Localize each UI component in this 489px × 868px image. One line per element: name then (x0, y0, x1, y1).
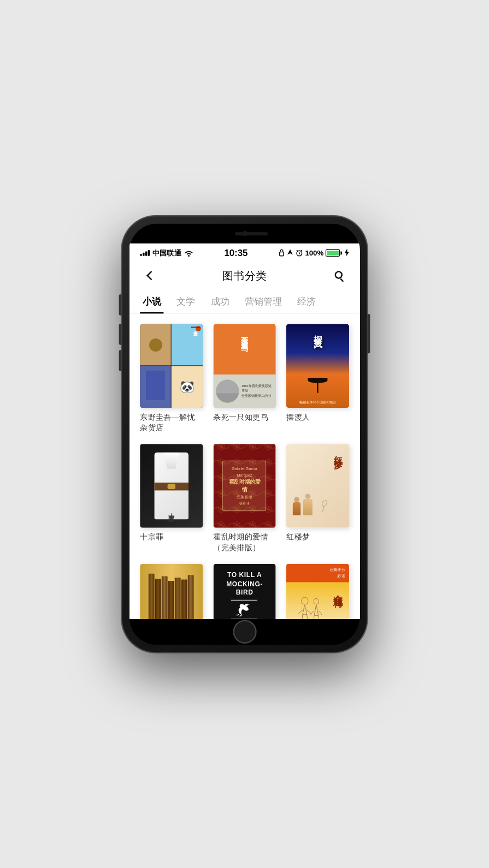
book-title: 红楼梦 (286, 531, 349, 542)
book-cover: 十宗罪 (140, 444, 203, 527)
cover9-figure-area (293, 593, 327, 619)
book-cover: 摆渡人 畅销全球46个国家和地区 (286, 324, 349, 407)
search-button[interactable] (329, 265, 349, 285)
book-title: 霍乱时期的爱情（完美排版） (213, 531, 276, 553)
cover7-stack (149, 570, 194, 619)
book-item[interactable]: 十宗罪 十宗罪 (140, 444, 203, 554)
cover7-spine-3 (162, 575, 168, 619)
book-title: 东野圭吾—解忧杂货店 (140, 411, 203, 433)
cover-6-bg: 红楼梦 (286, 444, 349, 527)
cover7-spine-5 (175, 577, 181, 619)
front-camera (242, 230, 248, 236)
cover4-collar (161, 452, 182, 469)
book-cover: 红楼梦 (286, 444, 349, 527)
cover4-title-text: 十宗罪 (167, 508, 176, 512)
cover3-boat (308, 377, 327, 390)
cover2-text-area: 1961年普利策奖获奖作品 全美国销量第二的书 (239, 383, 273, 398)
cover-4-bg: 十宗罪 (140, 444, 203, 527)
book-cover: Gabriel Garcia Marquez 霍乱时期的爱情 完美排版 杨玲 译 (213, 444, 276, 527)
cover1-cell-2 (172, 324, 203, 365)
phone-screen-wrapper: 中国联通 10:35 (129, 223, 360, 645)
lock-icon (278, 248, 285, 256)
cover6-body1 (293, 502, 301, 515)
tab-novel[interactable]: 小说 (140, 290, 163, 313)
cover7-spine-4 (168, 580, 174, 618)
cover-2-bg: 1961年普利策奖获奖作品 全美国销量第二的书 杀死一只知更鸟 (213, 324, 276, 407)
cover6-fig2 (303, 493, 313, 515)
cover1-cell-4: 🐼 (172, 366, 203, 407)
book-item[interactable]: Gabriel Garcia Marquez 霍乱时期的爱情 完美排版 杨玲 译… (213, 444, 276, 554)
alarm-icon (295, 248, 303, 256)
cover4-buckle (167, 483, 175, 489)
phone-notch (129, 223, 360, 243)
book-cover: 豆瓣评分必读 金瓶梅 (286, 563, 349, 618)
cover4-shirt: 十宗罪 (154, 452, 188, 519)
cover-8-bg: TO KILL AMOCKING-BIRD (213, 563, 276, 618)
search-handle-icon (340, 278, 344, 282)
book-item[interactable]: 1961年普利策奖获奖作品 全美国销量第二的书 杀死一只知更鸟 杀死一只知更鸟 (213, 324, 276, 433)
cover8-bird-icon (235, 602, 254, 616)
wifi-icon (184, 248, 194, 255)
tab-economics[interactable]: 经济 (294, 290, 318, 313)
tab-marketing[interactable]: 营销管理 (242, 290, 284, 313)
tab-success[interactable]: 成功 (208, 290, 232, 313)
cover5-center-label: Gabriel Garcia Marquez 霍乱时期的爱情 完美排版 杨玲 译 (222, 460, 266, 510)
cover6-head1 (294, 496, 299, 502)
book-item[interactable]: 摆渡人 畅销全球46个国家和地区 摆渡人 (286, 324, 349, 433)
cover6-fig1 (293, 496, 301, 515)
cover7-spine-6 (181, 579, 187, 619)
cover5-translator: 杨玲 译 (227, 501, 262, 506)
signal-bar-4 (148, 249, 150, 255)
cover1-grid: 🐼 (140, 324, 203, 407)
cover6-spiral-icon (315, 498, 328, 515)
tab-literature[interactable]: 文学 (174, 290, 198, 313)
book-item[interactable]: 鲁迅全集 (140, 563, 203, 618)
cover5-author: Gabriel Garcia Marquez (227, 465, 262, 478)
home-button[interactable] (233, 620, 256, 643)
book-item[interactable]: TO KILL AMOCKING-BIRD (213, 563, 276, 618)
cover1-rect (146, 370, 164, 399)
cover1-emoji: 🐼 (180, 379, 194, 394)
book-cover: TO KILL AMOCKING-BIRD (213, 563, 276, 618)
book-item[interactable]: 豆瓣评分必读 金瓶梅 (286, 563, 349, 618)
cover3-boat-hull (308, 377, 327, 383)
book-grid: 🐼 东野圭吾 东野圭吾—解忧杂货店 (129, 313, 360, 619)
signal-bar-2 (143, 252, 145, 255)
charging-icon (344, 248, 349, 256)
battery-pct: 100% (305, 248, 323, 256)
carrier-name: 中国联通 (152, 247, 181, 257)
nav-bar: 图书分类 (129, 260, 360, 290)
cover9-top-bar: 豆瓣评分必读 (286, 563, 349, 582)
signal-bars-icon (140, 249, 150, 255)
cover3-mast (317, 383, 318, 393)
book-item[interactable]: 🐼 东野圭吾 东野圭吾—解忧杂货店 (140, 324, 203, 433)
book-item[interactable]: 红楼梦 红楼梦 (286, 444, 349, 554)
phone-speaker (235, 231, 268, 235)
cover-1-bg: 🐼 东野圭吾 (140, 324, 203, 407)
cover9-title-text: 金瓶梅 (332, 587, 344, 593)
cover6-figures (293, 493, 328, 515)
page-title: 图书分类 (222, 267, 267, 283)
cover8-middle (231, 599, 257, 619)
cover2-description: 1961年普利策奖获奖作品 (241, 383, 273, 393)
cover2-body-cover (216, 393, 239, 402)
status-left: 中国联通 (140, 247, 193, 257)
search-icon-wrapper (335, 271, 344, 280)
cover-5-bg: Gabriel Garcia Marquez 霍乱时期的爱情 完美排版 杨玲 译 (213, 444, 276, 527)
cover1-clock (149, 338, 162, 351)
cover9-figures-svg (293, 593, 327, 619)
back-chevron-icon (146, 271, 156, 280)
cover3-publisher: 畅销全球46个国家和地区 (286, 399, 349, 403)
battery-icon (326, 248, 342, 255)
status-time: 10:35 (224, 247, 248, 257)
cover3-title: 摆渡人 (312, 329, 324, 335)
cover-9-bg: 豆瓣评分必读 金瓶梅 (286, 563, 349, 618)
location-icon (287, 248, 293, 256)
phone-bottom-bar (129, 619, 360, 645)
status-bar: 中国联通 10:35 (129, 243, 360, 260)
book-title: 摆渡人 (286, 411, 349, 422)
svg-point-0 (188, 254, 190, 256)
book-title: 杀死一只知更鸟 (213, 411, 276, 422)
back-button[interactable] (140, 265, 160, 285)
book-cover (140, 563, 203, 618)
